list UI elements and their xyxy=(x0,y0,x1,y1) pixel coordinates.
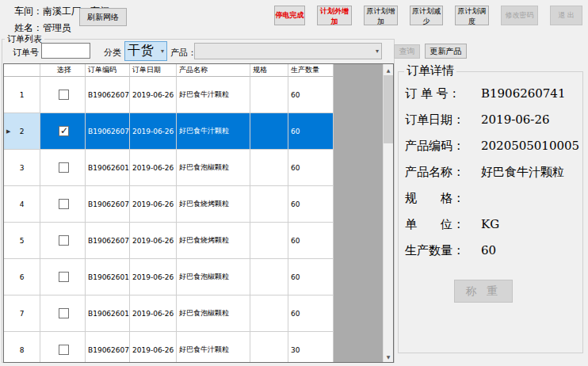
weigh-button[interactable]: 称 重 xyxy=(454,280,513,303)
planned-increase-button[interactable]: 原计划增加 xyxy=(364,6,398,25)
cell-spec xyxy=(250,259,288,295)
table-row[interactable]: ▶ 2 B1906260741 2019-06-26 好巴食牛汁颗粒 60 xyxy=(4,113,334,150)
detail-row-qty: 生产数量：60 xyxy=(405,243,582,259)
row-checkbox[interactable] xyxy=(59,272,69,282)
vertical-scrollbar[interactable]: ▲ ▼ xyxy=(383,64,393,362)
cell-qty: 60 xyxy=(288,150,334,186)
row-checkbox[interactable] xyxy=(59,90,69,100)
row-header: ▶ 5 xyxy=(4,223,40,259)
order-table-header: 选择 订单编码 订单日期 产品名称 规格 生产数量 xyxy=(4,64,334,77)
detail-value: 2019-06-26 xyxy=(481,112,549,127)
cell-order-date: 2019-06-26 xyxy=(130,113,177,150)
order-table-body: ▶ 1 B1906260721 2019-06-26 好巴食牛汁颗粒 60 ▶ … xyxy=(4,77,384,363)
row-header-column xyxy=(4,64,40,77)
detail-label: 产品编码： xyxy=(405,139,473,154)
column-header-spec: 规格 xyxy=(250,64,288,77)
table-row[interactable]: ▶ 1 B1906260721 2019-06-26 好巴食牛汁颗粒 60 xyxy=(4,77,334,113)
detail-row-order-date: 订单日期：2019-06-26 xyxy=(405,112,582,128)
row-header: ▶ 1 xyxy=(4,77,40,113)
cell-order-date: 2019-06-26 xyxy=(130,77,177,113)
cell-product-name: 好巴食烧烤颗粒 xyxy=(177,186,250,223)
chevron-down-icon: ▾ xyxy=(161,48,166,55)
table-row[interactable]: ▶ 7 B1906260144 2019-06-26 好巴食泡椒颗粒 60 xyxy=(4,295,334,332)
unplanned-increase-button[interactable]: 计划外增加 xyxy=(317,6,352,25)
cell-spec xyxy=(250,295,288,332)
row-checkbox[interactable] xyxy=(59,199,69,209)
detail-row-order-no: 订 单 号：B1906260741 xyxy=(405,86,582,102)
detail-label: 订单日期： xyxy=(405,112,473,128)
cell-select xyxy=(40,113,86,150)
detail-value: 2020505010005 xyxy=(481,139,579,153)
row-checkbox[interactable] xyxy=(59,235,69,246)
row-header: ▶ 3 xyxy=(4,150,40,186)
cell-product-name: 好巴食牛汁颗粒 xyxy=(177,332,250,363)
planned-schedule-button[interactable]: 原计划调度 xyxy=(455,6,489,25)
cell-order-code: B1906260139 xyxy=(86,259,130,295)
cell-order-code: B1906260721 xyxy=(86,77,130,113)
detail-value: KG xyxy=(481,217,499,231)
table-row[interactable]: ▶ 4 B1906260750 2019-06-26 好巴食烧烤颗粒 60 xyxy=(4,186,334,223)
cell-product-name: 好巴食烧烤颗粒 xyxy=(177,223,250,259)
order-details-group-title: 订单详情 xyxy=(404,63,456,78)
column-header-select: 选择 xyxy=(40,64,86,77)
row-header: ▶ 8 xyxy=(4,332,40,363)
cell-product-name: 好巴食泡椒颗粒 xyxy=(177,150,250,186)
category-selected-value: 干货 xyxy=(125,43,161,59)
refresh-network-button[interactable]: 刷新网络 xyxy=(79,8,127,26)
cell-select xyxy=(40,77,86,113)
exit-button[interactable]: 退 出 xyxy=(550,6,582,25)
planned-decrease-button[interactable]: 原计划减少 xyxy=(410,6,443,25)
cell-spec xyxy=(250,150,288,186)
cell-qty: 60 xyxy=(288,77,334,113)
table-row[interactable]: ▶ 5 B1906260752 2019-06-26 好巴食烧烤颗粒 60 xyxy=(4,223,334,259)
scrollbar-thumb[interactable] xyxy=(384,75,393,143)
order-list-group-title: 订单列表 xyxy=(5,33,44,45)
row-checkbox[interactable] xyxy=(59,308,69,318)
column-header-product-name: 产品名称 xyxy=(177,64,250,77)
row-checkbox[interactable] xyxy=(59,345,69,355)
row-checkbox[interactable] xyxy=(59,126,69,136)
cell-order-code: B1906260741 xyxy=(86,113,130,150)
cell-order-code: B1906260750 xyxy=(86,186,130,223)
cell-select xyxy=(40,150,86,186)
detail-value: 好巴食牛汁颗粒 xyxy=(481,165,564,179)
update-product-button[interactable]: 更新产品 xyxy=(425,44,467,59)
row-header: ▶ 2 xyxy=(4,113,40,150)
detail-row-product-name: 产品名称：好巴食牛汁颗粒 xyxy=(405,165,582,181)
detail-label: 规 格： xyxy=(405,191,473,206)
query-button[interactable]: 查询 xyxy=(394,44,420,59)
cell-spec xyxy=(250,77,288,113)
cell-order-date: 2019-06-26 xyxy=(130,150,177,186)
detail-row-spec: 规 格： xyxy=(405,191,582,207)
table-row[interactable]: ▶ 6 B1906260139 2019-06-26 好巴食泡椒颗粒 60 xyxy=(4,259,334,295)
cell-spec xyxy=(250,223,288,259)
table-row[interactable]: ▶ 3 B1906260138 2019-06-26 好巴食泡椒颗粒 60 xyxy=(4,150,334,186)
product-dropdown[interactable]: ▾ xyxy=(194,43,382,59)
order-details-groupbox: 订单详情 订 单 号：B1906260741 订单日期：2019-06-26 产… xyxy=(398,71,583,353)
action-button-bar: 停电完成 计划外增加 原计划增加 原计划减少 原计划调度 修改密码 退 出 xyxy=(274,6,582,25)
detail-label: 单 位： xyxy=(405,217,473,232)
cell-order-date: 2019-06-26 xyxy=(130,186,177,223)
scroll-down-icon[interactable]: ▼ xyxy=(384,351,393,362)
cell-qty: 60 xyxy=(288,113,334,150)
cell-qty: 60 xyxy=(288,223,334,259)
row-number: 6 xyxy=(20,273,25,281)
column-header-order-date: 订单日期 xyxy=(130,64,177,77)
order-no-input[interactable] xyxy=(41,43,90,59)
category-dropdown[interactable]: 干货 ▾ xyxy=(124,41,167,61)
row-header: ▶ 4 xyxy=(4,186,40,223)
change-password-button[interactable]: 修改密码 xyxy=(501,6,538,25)
cell-product-name: 好巴食牛汁颗粒 xyxy=(177,77,250,113)
column-header-qty: 生产数量 xyxy=(288,64,334,77)
cell-order-code: B1906260144 xyxy=(86,295,130,332)
power-outage-complete-button[interactable]: 停电完成 xyxy=(274,6,305,25)
cell-spec xyxy=(250,113,288,150)
detail-label: 订 单 号： xyxy=(405,86,473,101)
table-row[interactable]: ▶ 8 B1906260742 2019-06-26 好巴食牛汁颗粒 30 xyxy=(4,332,334,363)
cell-qty: 30 xyxy=(288,332,334,363)
cell-product-name: 好巴食泡椒颗粒 xyxy=(177,259,250,295)
row-number: 2 xyxy=(20,128,25,135)
chevron-down-icon: ▾ xyxy=(376,48,381,55)
row-checkbox[interactable] xyxy=(59,162,69,173)
scroll-up-icon[interactable]: ▲ xyxy=(384,64,393,75)
